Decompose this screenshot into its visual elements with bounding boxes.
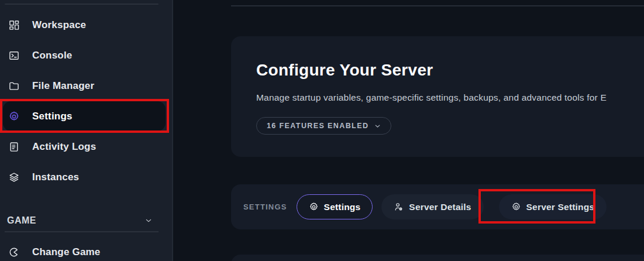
sidebar: Workspace Console File Manager	[0, 0, 173, 261]
page-description: Manage startup variables, game-specific …	[256, 92, 644, 103]
configure-server-card: Configure Your Server Manage startup var…	[231, 36, 644, 157]
sidebar-item-label: Instances	[32, 171, 79, 183]
section-label: GAME	[7, 215, 36, 226]
server-panel: Workspace Console File Manager	[0, 0, 644, 261]
gear-icon	[309, 202, 319, 212]
tab-server-settings[interactable]: Server Settings	[499, 194, 607, 219]
features-enabled-dropdown[interactable]: 16 FEATURES ENABLED	[256, 117, 391, 135]
pacman-icon	[8, 246, 20, 258]
sidebar-item-file-manager[interactable]: File Manager	[0, 71, 172, 101]
sidebar-item-label: Activity Logs	[32, 141, 96, 153]
activity-log-icon	[8, 141, 20, 153]
tab-label: Server Details	[409, 202, 471, 212]
sidebar-item-label: File Manager	[32, 80, 94, 92]
sidebar-item-change-game[interactable]: Change Game	[0, 237, 172, 261]
sidebar-item-label: Settings	[32, 111, 73, 122]
tab-settings[interactable]: Settings	[297, 194, 373, 219]
chevron-down-icon	[144, 216, 153, 225]
settings-tab-bar: SETTINGS Settings Server Details	[231, 184, 644, 229]
tab-label: Settings	[324, 202, 361, 212]
sidebar-item-console[interactable]: Console	[0, 40, 172, 71]
sidebar-item-label: Change Game	[32, 246, 101, 258]
gear-icon	[8, 111, 20, 122]
page-title: Configure Your Server	[256, 61, 644, 80]
chevron-down-icon	[374, 122, 381, 130]
console-icon	[8, 50, 20, 61]
next-card-stub	[231, 255, 644, 261]
gear-icon	[511, 202, 521, 212]
workspace-grid-icon	[8, 19, 20, 31]
sidebar-item-settings[interactable]: Settings	[3, 101, 166, 131]
sidebar-game-divider	[5, 231, 159, 232]
sidebar-item-label: Workspace	[32, 19, 86, 31]
layers-icon	[8, 171, 20, 183]
sidebar-item-activity-logs[interactable]: Activity Logs	[0, 132, 172, 162]
settings-bar-label: SETTINGS	[243, 202, 287, 211]
tab-server-details[interactable]: Server Details	[381, 194, 483, 219]
features-enabled-label: 16 FEATURES ENABLED	[267, 122, 369, 130]
sidebar-item-label: Console	[32, 50, 72, 61]
folder-icon	[8, 80, 20, 92]
sidebar-item-workspace[interactable]: Workspace	[0, 10, 172, 40]
user-gear-icon	[394, 202, 404, 212]
sidebar-section-game[interactable]: GAME	[0, 212, 173, 229]
sidebar-top-divider	[5, 4, 159, 5]
tab-label: Server Settings	[526, 202, 595, 212]
main-top-divider	[231, 5, 644, 6]
sidebar-item-instances[interactable]: Instances	[0, 162, 172, 193]
